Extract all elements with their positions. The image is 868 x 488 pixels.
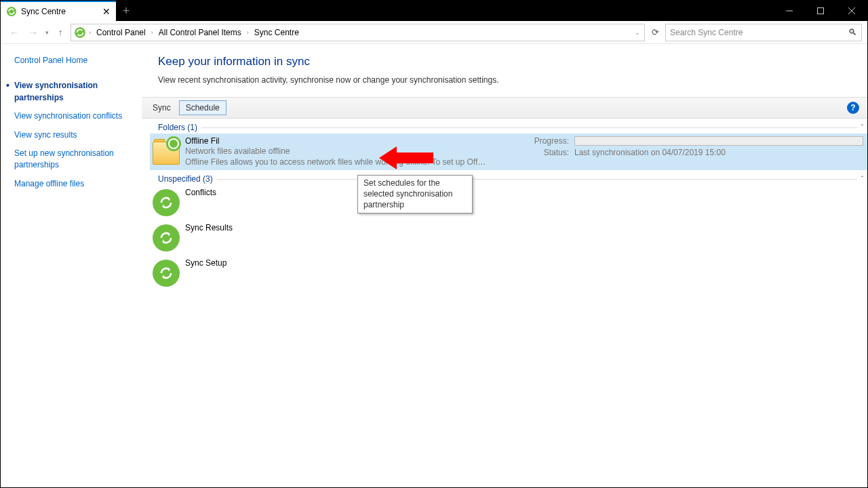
svg-point-0 (7, 7, 16, 16)
schedule-tooltip: Set schedules for the selected synchroni… (357, 175, 473, 214)
minimize-button[interactable] (774, 1, 805, 21)
progress-label: Progress: (531, 136, 569, 146)
offline-files-folder-icon (153, 138, 180, 165)
close-tab-icon[interactable]: ✕ (102, 6, 111, 17)
tab-title: Sync Centre (21, 7, 66, 16)
toolbar: Sync Schedule ? (142, 97, 867, 119)
sync-centre-icon (6, 6, 17, 17)
search-input[interactable] (670, 28, 848, 37)
page-subtext: View recent synchronisation activity, sy… (158, 75, 861, 85)
back-button[interactable]: ← (6, 24, 22, 41)
sync-centre-icon (74, 26, 86, 39)
item-title: Sync Results (185, 223, 531, 232)
sidebar-item-manage-offline[interactable]: Manage offline files (14, 178, 135, 190)
sync-button[interactable]: Sync (146, 100, 178, 115)
breadcrumb-root[interactable]: Control Panel (94, 26, 149, 39)
forward-button[interactable]: → (25, 24, 41, 41)
breadcrumb-mid[interactable]: All Control Panel Items (156, 26, 244, 39)
status-value: Last synchronisation on 04/07/2019 15:00 (574, 148, 726, 157)
sync-icon (153, 224, 180, 251)
progress-bar (574, 136, 863, 146)
address-bar[interactable]: › Control Panel › All Control Panel Item… (71, 24, 645, 41)
address-bar-row: ← → ▾ ↑ › Control Panel › All Control Pa… (1, 21, 867, 44)
item-status: Progress: Status: Last synchronisation o… (531, 136, 863, 157)
item-text: Offline Fil Network files available offl… (185, 136, 531, 167)
group-label: Unspecified (3) (158, 174, 213, 184)
search-box[interactable]: 🔍︎ (665, 24, 862, 41)
help-button[interactable]: ? (847, 102, 859, 114)
item-description: Offline Files allows you to access netwo… (185, 157, 531, 167)
history-dropdown[interactable]: ▾ (44, 29, 50, 36)
window-tab[interactable]: Sync Centre ✕ (1, 1, 116, 21)
breadcrumb-leaf[interactable]: Sync Centre (252, 26, 302, 39)
control-panel-home-link[interactable]: Control Panel Home (14, 55, 135, 66)
item-subtitle: Network files available offline (185, 146, 531, 157)
sidebar-item-setup[interactable]: Set up new synchronisation partnerships (14, 148, 135, 171)
up-button[interactable]: ↑ (53, 25, 68, 40)
titlebar: Sync Centre ✕ + (1, 1, 867, 21)
close-window-button[interactable] (836, 1, 867, 21)
sync-icon (153, 189, 180, 216)
divider (201, 127, 857, 128)
chevron-right-icon: › (245, 29, 250, 36)
refresh-button[interactable]: ⟳ (648, 27, 663, 37)
sync-setup-item[interactable]: Sync Setup (150, 256, 867, 291)
window-controls (774, 1, 867, 21)
sidebar-item-results[interactable]: View sync results (14, 129, 135, 141)
maximize-button[interactable] (805, 1, 836, 21)
group-label: Folders (1) (158, 123, 197, 132)
address-dropdown[interactable]: ⌄ (633, 29, 642, 36)
group-header-unspecified[interactable]: Unspecified (3) ˆ (150, 174, 867, 184)
group-header-folders[interactable]: Folders (1) ˆ (150, 123, 867, 132)
annotation-arrow (379, 146, 433, 169)
divider (217, 179, 857, 180)
sync-results-item[interactable]: Sync Results (150, 220, 867, 256)
search-icon[interactable]: 🔍︎ (848, 27, 857, 37)
chevron-right-icon: › (150, 29, 155, 36)
sidebar-item-partnerships[interactable]: View synchronisation partnerships (14, 80, 135, 104)
item-title: Sync Setup (185, 258, 531, 268)
sidebar-item-conflicts[interactable]: View synchronisation conflicts (14, 110, 135, 122)
collapse-icon[interactable]: ˆ (861, 176, 867, 183)
svg-point-5 (75, 27, 85, 38)
new-tab-button[interactable]: + (116, 1, 136, 21)
page-title: Keep your information in sync (158, 55, 861, 68)
schedule-button[interactable]: Schedule (179, 100, 226, 115)
sync-icon (153, 260, 180, 287)
sidebar: Control Panel Home View synchronisation … (1, 44, 142, 487)
conflicts-item[interactable]: Conflicts (150, 185, 867, 220)
main-pane: Keep your information in sync View recen… (142, 44, 867, 487)
sync-centre-window: Sync Centre ✕ + ← → ▾ ↑ › Control Panel … (0, 0, 868, 488)
status-label: Status: (531, 148, 569, 157)
collapse-icon[interactable]: ˆ (861, 124, 867, 131)
body: Control Panel Home View synchronisation … (1, 44, 867, 487)
chevron-right-icon: › (87, 29, 92, 36)
item-title: Offline Fil (185, 136, 531, 146)
svg-rect-2 (818, 8, 824, 14)
offline-files-item[interactable]: Offline Fil Network files available offl… (150, 134, 867, 170)
